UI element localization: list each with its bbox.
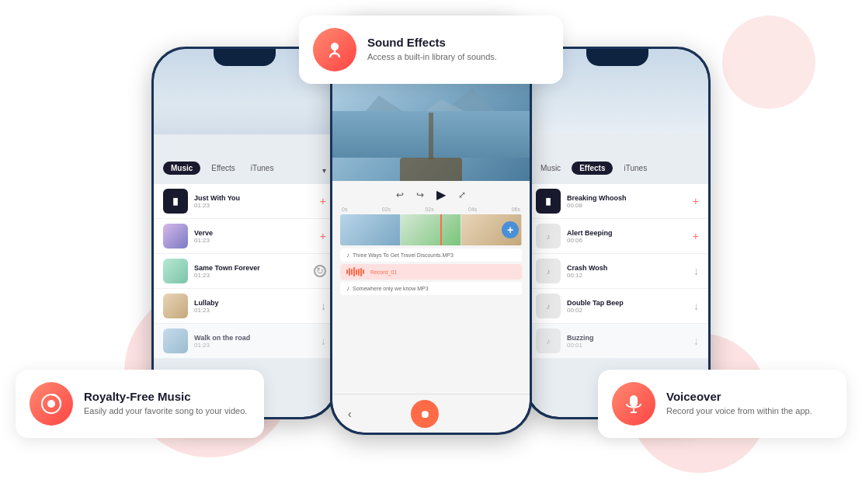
audio-track-1[interactable]: ♪ Three Ways To Get Travel Discounts.MP3 — [340, 249, 522, 262]
dock-post — [429, 113, 433, 159]
right-tab-itunes[interactable]: iTunes — [619, 162, 652, 175]
music-feature-desc: Easily add your favorite song to your vi… — [84, 405, 247, 417]
add-icon-1[interactable]: + — [320, 195, 326, 207]
page-container: Music Effects iTunes ▾ ▐▌ Just With You … — [0, 0, 862, 504]
effect-thumb-4: ♪ — [536, 294, 561, 318]
right-tab-effects[interactable]: Effects — [572, 162, 613, 175]
audio-track-name-1: Three Ways To Get Travel Discounts.MP3 — [353, 252, 454, 258]
add-track-button[interactable]: + — [502, 221, 519, 238]
effect-duration-2: 00:06 — [567, 237, 686, 244]
record-track[interactable]: Record_01 — [340, 264, 522, 280]
sound-feature-text: Sound Effects Access a built-in library … — [367, 36, 497, 63]
music-thumb-2 — [163, 224, 188, 249]
playhead — [440, 214, 442, 245]
music-thumb-4 — [163, 294, 188, 318]
download-icon-5[interactable]: ↓ — [321, 335, 326, 347]
svg-point-3 — [47, 400, 55, 408]
dock — [400, 158, 462, 181]
center-bottom-bar: ‹ ⏺ — [332, 394, 530, 433]
spinner-icon-3: ↻ — [314, 265, 326, 277]
voiceover-feature-icon — [612, 382, 655, 426]
effect-duration-4: 00:02 — [567, 307, 687, 314]
effect-item-5[interactable]: ♪ Buzzing 00:01 ↓ — [527, 324, 708, 359]
effect-title-2: Alert Beeping — [567, 229, 686, 237]
music-title-1: Just With You — [194, 194, 314, 202]
effect-thumb-2: ♪ — [536, 224, 561, 249]
music-note-icon-1: ♪ — [346, 252, 349, 259]
effect-title-1: Breaking Whoosh — [567, 194, 686, 202]
effect-thumb-3: ♪ — [536, 259, 561, 283]
effect-info-4: Double Tap Beep 00:02 — [567, 299, 687, 314]
music-thumb-5 — [163, 328, 188, 353]
download-effect-icon-4[interactable]: ↓ — [693, 300, 699, 312]
music-info-1: Just With You 01:23 — [194, 194, 314, 209]
right-phone: Music Effects iTunes ▐▌ Breaking Whoosh … — [524, 47, 711, 419]
music-thumb-play: ▐▌ — [163, 189, 188, 214]
download-icon-4[interactable]: ↓ — [321, 300, 326, 312]
music-info-4: Lullaby 01:23 — [194, 299, 315, 314]
add-icon-2[interactable]: + — [320, 230, 326, 242]
left-tab-music[interactable]: Music — [163, 162, 200, 175]
right-tab-bar: Music Effects iTunes — [527, 134, 708, 181]
play-button[interactable]: ▶ — [436, 187, 446, 202]
sound-feature-title: Sound Effects — [367, 36, 497, 49]
feature-card-sound: Sound Effects Access a built-in library … — [299, 16, 563, 84]
music-feature-text: Royalty-Free Music Easily add your favor… — [84, 390, 247, 417]
track-seg-1 — [340, 214, 401, 245]
back-bottom-icon[interactable]: ‹ — [348, 408, 352, 420]
download-effect-icon-5[interactable]: ↓ — [693, 335, 699, 347]
effect-info-2: Alert Beeping 00:06 — [567, 229, 686, 244]
right-effects-list: ▐▌ Breaking Whoosh 00:08 + ♪ Alert Beepi… — [527, 181, 708, 362]
download-effect-icon-3[interactable]: ↓ — [693, 265, 699, 277]
music-info-2: Verve 01:23 — [194, 229, 314, 244]
effect-thumb-5: ♪ — [536, 328, 561, 353]
effect-item-4[interactable]: ♪ Double Tap Beep 00:02 ↓ — [527, 289, 708, 324]
music-duration-2: 01:23 — [194, 237, 314, 244]
track-thumbnail — [340, 214, 522, 245]
effect-info-3: Crash Wosh 00:12 — [567, 264, 687, 279]
record-button[interactable]: ⏺ — [411, 400, 439, 428]
add-effect-icon-1[interactable]: + — [693, 195, 699, 207]
effect-title-3: Crash Wosh — [567, 264, 687, 272]
right-phone-notch — [586, 49, 648, 66]
music-feature-title: Royalty-Free Music — [84, 390, 247, 403]
undo-icon[interactable]: ↩ — [396, 189, 404, 200]
sound-feature-icon — [313, 28, 356, 71]
music-duration-3: 01:23 — [194, 272, 308, 279]
effect-title-4: Double Tap Beep — [567, 299, 687, 307]
expand-icon[interactable]: ⤢ — [458, 189, 466, 200]
music-duration-1: 01:23 — [194, 202, 314, 209]
music-item-1[interactable]: ▐▌ Just With You 01:23 + — [154, 184, 335, 219]
music-duration-4: 01:23 — [194, 307, 315, 314]
add-effect-icon-2[interactable]: + — [693, 230, 699, 242]
music-item-4[interactable]: Lullaby 01:23 ↓ — [154, 289, 335, 324]
effect-item-1[interactable]: ▐▌ Breaking Whoosh 00:08 + — [527, 184, 708, 219]
music-item-5[interactable]: Walk on the road 01:23 ↓ — [154, 324, 335, 359]
voiceover-feature-text: Voiceover Record your voice from within … — [666, 390, 812, 417]
timeline-container: ↩ ↪ ▶ ⤢ 0s 02s 02s 04s 06s — [332, 181, 530, 301]
music-item-2[interactable]: Verve 01:23 + — [154, 219, 335, 254]
left-phone-screen: Music Effects iTunes ▾ ▐▌ Just With You … — [154, 49, 335, 417]
effect-item-2[interactable]: ♪ Alert Beeping 00:06 + — [527, 219, 708, 254]
music-feature-icon — [30, 382, 73, 426]
left-tab-itunes[interactable]: iTunes — [246, 162, 279, 175]
ruler-02a: 02s — [382, 207, 391, 212]
left-phone: Music Effects iTunes ▾ ▐▌ Just With You … — [151, 47, 338, 419]
right-tab-music[interactable]: Music — [536, 162, 565, 175]
effect-item-3[interactable]: ♪ Crash Wosh 00:12 ↓ — [527, 254, 708, 289]
redo-icon[interactable]: ↪ — [416, 189, 424, 200]
video-track[interactable]: + — [340, 214, 522, 245]
ruler-04: 04s — [468, 207, 477, 212]
music-title-4: Lullaby — [194, 299, 315, 307]
music-thumb-3 — [163, 259, 188, 283]
audio-track-2[interactable]: ♪ Somewhere only we know MP3 — [340, 282, 522, 295]
ruler-06: 06s — [512, 207, 520, 212]
timeline-controls: ↩ ↪ ▶ ⤢ — [340, 187, 522, 202]
left-tab-effects[interactable]: Effects — [207, 162, 239, 175]
svg-point-4 — [331, 43, 339, 50]
left-music-list: ▐▌ Just With You 01:23 + Verve 01:23 — [154, 181, 335, 362]
music-item-3[interactable]: Same Town Forever 01:23 ↻ — [154, 254, 335, 289]
music-title-2: Verve — [194, 229, 314, 237]
left-phone-notch — [214, 49, 276, 66]
effect-duration-5: 00:01 — [567, 342, 687, 349]
